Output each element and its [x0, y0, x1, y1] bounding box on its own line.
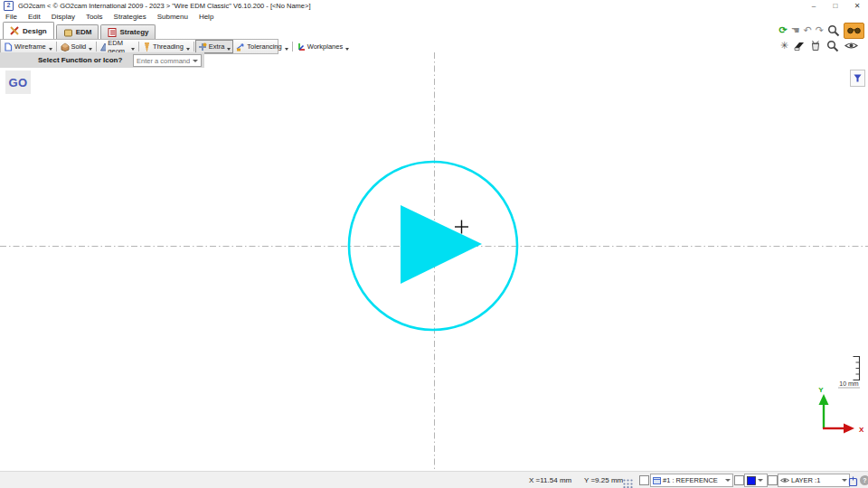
- regen-burst-icon[interactable]: ✳: [780, 40, 788, 52]
- workplane-icon: [653, 476, 661, 484]
- wireframe-button[interactable]: Wireframe: [1, 40, 55, 53]
- scale-label: 10 mm: [839, 380, 859, 387]
- tab-strategy[interactable]: Strategy: [100, 24, 156, 39]
- pan-hand-icon[interactable]: ☚: [791, 24, 800, 36]
- chevron-down-icon: [49, 48, 52, 51]
- reference-select[interactable]: #1 : REFERENCE: [650, 474, 733, 487]
- chevron-down-icon: [345, 48, 349, 51]
- grid-snap-icon[interactable]: [622, 474, 634, 488]
- tab-edm[interactable]: EDM: [56, 24, 99, 39]
- edm-geom-button[interactable]: EDM geom: [98, 40, 137, 53]
- zoom-select-icon[interactable]: [826, 40, 839, 52]
- solid-label: Solid: [71, 42, 87, 51]
- threading-button[interactable]: Threading: [140, 40, 193, 53]
- extra-icon: [198, 42, 207, 52]
- reference-select-value: #1 : REFERENCE: [663, 476, 723, 484]
- extra-label: Extra: [209, 42, 225, 51]
- window-title: GO2cam < © GO2cam International 2009 - 2…: [18, 2, 311, 10]
- color-apply-checkbox[interactable]: [734, 475, 744, 485]
- color-swatch: [747, 476, 756, 485]
- command-combobox[interactable]: [133, 54, 202, 67]
- chevron-down-icon: [186, 48, 190, 51]
- color-picker[interactable]: [744, 474, 768, 487]
- chevron-down-icon: [89, 48, 92, 51]
- refresh-icon[interactable]: ⟳: [778, 24, 787, 36]
- menu-bar: File Edit Display Tools Strategies Subme…: [0, 12, 868, 22]
- tab-design[interactable]: Design: [3, 22, 54, 39]
- cursor-y-readout: Y =9.25 mm: [584, 472, 623, 488]
- cursor-x-readout: X =11.54 mm: [529, 472, 571, 488]
- extra-button[interactable]: Extra: [195, 40, 234, 53]
- threading-icon: [143, 42, 151, 52]
- filter-button[interactable]: [850, 70, 865, 87]
- layer-manager-icon[interactable]: [848, 474, 859, 488]
- threading-label: Threading: [153, 42, 184, 51]
- tab-edm-label: EDM: [76, 28, 92, 36]
- menu-display[interactable]: Display: [46, 13, 80, 21]
- layer-select[interactable]: LAYER :1: [778, 474, 850, 487]
- tolerancing-icon: [236, 42, 245, 52]
- geometry-play-triangle[interactable]: [401, 205, 482, 284]
- layer-visibility-checkbox[interactable]: [768, 475, 778, 485]
- strategy-list-icon: [108, 28, 117, 37]
- y-axis-label: Y: [818, 386, 824, 394]
- menu-tools[interactable]: Tools: [80, 13, 108, 21]
- close-button[interactable]: ✕: [846, 0, 868, 12]
- workplanes-button[interactable]: Workplanes: [294, 40, 352, 53]
- status-bar: X =11.54 mm Y =9.25 mm #1 : REFERENCE: [0, 471, 868, 488]
- geometry-circle[interactable]: [349, 162, 517, 330]
- tolerancing-label: Tolerancing: [247, 42, 281, 51]
- go2cam-window: 10 mm Y X 2 GO2cam < © GO2cam Internatio…: [0, 0, 868, 488]
- visibility-eye-icon[interactable]: [844, 41, 858, 51]
- wireframe-label: Wireframe: [14, 42, 46, 51]
- workplanes-label: Workplanes: [307, 42, 343, 51]
- drawing-canvas[interactable]: 10 mm Y X: [0, 0, 868, 488]
- undo-icon[interactable]: ↶: [804, 24, 812, 36]
- minimize-button[interactable]: –: [803, 0, 825, 12]
- edm-geom-icon: [100, 42, 106, 52]
- command-bar: Select Function or Icon?: [0, 52, 204, 68]
- chevron-down-icon: [758, 479, 763, 482]
- go2cam-logo[interactable]: GO: [5, 70, 31, 94]
- view-controls-row1: ⟳ ☚ ↶ ↷: [778, 23, 864, 38]
- solid-icon: [61, 42, 70, 52]
- chevron-down-icon: [131, 48, 135, 51]
- wireframe-icon: [4, 42, 13, 52]
- design-tools-icon: [10, 26, 20, 35]
- reference-visibility-checkbox[interactable]: [639, 475, 649, 485]
- filter-funnel-icon: [854, 74, 862, 82]
- chevron-down-icon: [227, 48, 231, 51]
- view-glasses-button[interactable]: [844, 23, 864, 39]
- clean-brush-icon[interactable]: [810, 40, 821, 52]
- y-axis-arrow: [819, 394, 829, 405]
- menu-strategies[interactable]: Strategies: [108, 13, 152, 21]
- x-axis-label: X: [859, 426, 864, 434]
- chevron-down-icon[interactable]: [193, 60, 198, 62]
- tab-design-label: Design: [23, 27, 47, 35]
- edm-bucket-icon: [63, 28, 73, 37]
- maximize-button[interactable]: □: [825, 0, 846, 12]
- menu-file[interactable]: File: [0, 13, 23, 21]
- ribbon-tabs: Design EDM Strategy: [0, 22, 868, 39]
- layer-select-value: LAYER :1: [791, 476, 840, 484]
- eraser-icon[interactable]: [794, 41, 805, 52]
- solid-button[interactable]: Solid: [58, 40, 96, 53]
- tolerancing-button[interactable]: Tolerancing: [233, 40, 290, 53]
- zoom-icon[interactable]: [827, 24, 840, 37]
- scale-ruler: 10 mm: [838, 357, 860, 389]
- tab-strategy-label: Strategy: [119, 28, 148, 36]
- menu-help[interactable]: Help: [193, 13, 219, 21]
- chevron-down-icon: [842, 479, 847, 482]
- workplanes-icon: [297, 42, 306, 52]
- chevron-down-icon: [285, 48, 288, 51]
- help-icon[interactable]: ?: [860, 475, 868, 485]
- menu-submenu[interactable]: Submenu: [152, 13, 193, 21]
- menu-edit[interactable]: Edit: [23, 13, 46, 21]
- command-input[interactable]: [134, 57, 193, 65]
- x-axis-arrow: [844, 424, 854, 434]
- app-icon: 2: [4, 1, 14, 11]
- axis-triad: Y X: [818, 386, 864, 434]
- view-controls-row2: ✳: [780, 39, 858, 52]
- redo-icon[interactable]: ↷: [816, 24, 824, 36]
- command-prompt-label: Select Function or Icon?: [38, 56, 122, 64]
